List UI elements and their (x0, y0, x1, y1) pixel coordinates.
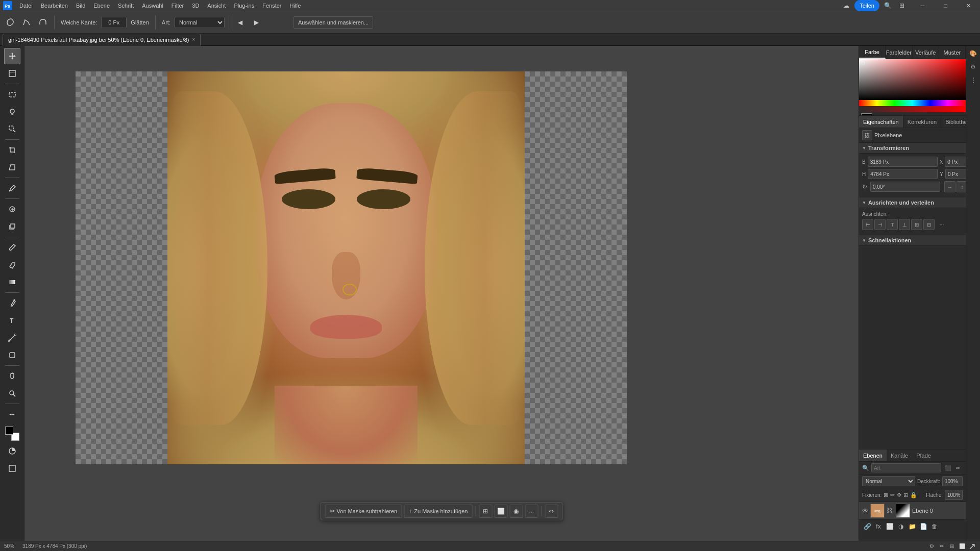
corrections-tab[interactable]: Korrekturen (903, 116, 941, 128)
quick-section-header[interactable]: ▼ Schnellaktionen (859, 235, 966, 246)
tool-more[interactable]: ••• (4, 406, 20, 422)
align-center-h-btn[interactable]: ⊣ (874, 219, 886, 230)
menu-fenster[interactable]: Fenster (258, 0, 285, 11)
toolbar-btn-a[interactable]: ◀ (233, 15, 248, 30)
align-center-v-btn[interactable]: ⊞ (911, 219, 922, 230)
tool-hand[interactable] (4, 368, 20, 384)
right-icon-adjustments[interactable]: ⚙ (968, 61, 979, 72)
menu-bild[interactable]: Bild (72, 0, 89, 11)
lock-transparent-btn[interactable]: ⊠ (884, 492, 888, 498)
toolbar-lasso-btn[interactable] (3, 15, 17, 30)
align-more-btn[interactable]: ··· (936, 220, 948, 229)
color-tab-muster[interactable]: Muster (939, 46, 966, 59)
close-button[interactable]: ✕ (957, 0, 980, 11)
opacity-input[interactable] (942, 476, 963, 486)
right-icon-more[interactable]: ⋮ (968, 74, 979, 86)
main-tab[interactable]: girl-1846490 Pexels auf Pixabay.jpg bei … (3, 34, 201, 46)
tool-artboard[interactable] (4, 65, 20, 82)
color-alpha-slider[interactable] (859, 106, 966, 112)
menu-bearbeiten[interactable]: Bearbeiten (37, 0, 72, 11)
tool-crop[interactable] (4, 142, 20, 158)
lock-all-btn[interactable]: 🔒 (910, 492, 917, 498)
float-settings-btn[interactable]: ⊞ (479, 505, 492, 518)
menu-auswahl[interactable]: Auswahl (138, 0, 167, 11)
flip-h-btn[interactable]: ↔ (944, 181, 955, 192)
x-input[interactable] (945, 157, 966, 167)
layer-chain-icon[interactable]: ⛓ (887, 507, 893, 514)
layer-group-btn[interactable]: 📁 (907, 521, 917, 532)
width-input[interactable] (868, 157, 938, 167)
tool-pen[interactable] (4, 295, 20, 311)
properties-tab[interactable]: Eigenschaften (859, 116, 903, 128)
status-icon-1[interactable]: ⚙ (927, 542, 936, 550)
maximize-button[interactable]: □ (934, 0, 957, 11)
fill-input[interactable] (945, 490, 963, 500)
menu-schrift[interactable]: Schrift (114, 0, 138, 11)
status-icon-4[interactable]: ⬜ (958, 542, 966, 550)
tool-type[interactable]: T (4, 312, 20, 329)
blend-mode-select[interactable]: Normal Auflösen Abdunkeln Multiplizieren (862, 476, 915, 486)
menu-plugins[interactable]: Plug-ins (230, 0, 258, 11)
float-preview-btn[interactable]: ⬜ (494, 505, 507, 518)
layers-tab[interactable]: Ebenen (859, 449, 887, 461)
tool-gradient[interactable] (4, 274, 20, 290)
tool-path-select[interactable] (4, 330, 20, 346)
layer-adjustment-btn[interactable]: ◑ (896, 521, 906, 532)
menu-3d[interactable]: 3D (188, 0, 203, 11)
share-button[interactable]: Teilen (854, 0, 879, 11)
align-section-header[interactable]: ▼ Ausrichten und verteilen (859, 197, 966, 208)
tool-eraser[interactable] (4, 257, 20, 273)
layers-search-input[interactable] (871, 463, 941, 472)
toolbar-magnetic-btn[interactable] (36, 15, 50, 30)
cloud-icon[interactable]: ☁ (840, 0, 852, 11)
right-icon-color[interactable]: 🎨 (968, 48, 979, 59)
tool-marquee-rect[interactable] (4, 86, 20, 103)
paths-tab[interactable]: Pfade (912, 449, 935, 461)
add-to-mask-btn[interactable]: + Zu Maske hinzufügen (404, 505, 472, 518)
color-tab-farbe[interactable]: Farbe (859, 46, 886, 59)
tool-zoom[interactable] (4, 385, 20, 402)
subtract-from-mask-btn[interactable]: ✂ Von Maske subtrahieren (325, 505, 402, 518)
tool-quick-mask[interactable] (4, 443, 20, 459)
menu-datei[interactable]: Datei (15, 0, 37, 11)
float-eye-btn[interactable]: ◉ (509, 505, 523, 518)
foreground-color-swatch[interactable] (5, 427, 13, 435)
flip-v-btn[interactable]: ↕ (957, 181, 966, 192)
pixel-layer-icon[interactable]: 🖼 (862, 130, 872, 140)
tool-brush[interactable] (4, 239, 20, 256)
layer-link-btn[interactable]: 🔗 (862, 521, 872, 532)
align-top-btn[interactable]: ⊥ (899, 219, 910, 230)
layer-mask-btn[interactable]: ⬜ (885, 521, 895, 532)
tool-eyedropper[interactable] (4, 180, 20, 196)
color-gradient[interactable] (859, 59, 966, 100)
layer-item[interactable]: 👁 img ⛓ Ebene 0 (859, 502, 966, 519)
minimize-button[interactable]: ─ (911, 0, 934, 11)
align-bottom-btn[interactable]: ⊟ (923, 219, 935, 230)
foreground-swatch[interactable] (861, 113, 872, 115)
toolbar-polygonal-btn[interactable] (19, 15, 34, 30)
status-icon-2[interactable]: ✏ (938, 542, 946, 550)
tool-move[interactable] (4, 48, 20, 64)
status-icon-3[interactable]: ⊞ (948, 542, 956, 550)
lock-pixels-btn[interactable]: ✏ (890, 492, 895, 498)
lock-position-btn[interactable]: ✥ (897, 492, 901, 498)
tool-screen-mode[interactable] (4, 460, 20, 477)
angle-input[interactable] (870, 182, 940, 192)
float-more-btn[interactable]: ... (525, 505, 538, 518)
lock-artboard-btn[interactable]: ⊞ (903, 492, 908, 498)
art-select[interactable]: Normal Hinzufügen Subtrahieren Schnittme… (175, 17, 225, 28)
search-icon[interactable]: 🔍 (881, 0, 894, 11)
tool-heal[interactable] (4, 201, 20, 217)
weiche-kante-input[interactable] (101, 17, 127, 28)
float-expand-btn[interactable]: ⇔ (545, 505, 558, 518)
transform-section-header[interactable]: ▼ Transformieren (859, 143, 966, 154)
height-input[interactable] (868, 169, 938, 179)
tool-clone[interactable] (4, 218, 20, 235)
tool-perspective-crop[interactable] (4, 159, 20, 176)
menu-ebene[interactable]: Ebene (89, 0, 114, 11)
menu-hilfe[interactable]: Hilfe (285, 0, 305, 11)
layer-type-filter-btn[interactable]: ⬛ (943, 463, 952, 472)
menu-filter[interactable]: Filter (167, 0, 188, 11)
color-hue-slider[interactable] (859, 100, 966, 106)
layer-delete-btn[interactable]: 🗑 (929, 521, 940, 532)
